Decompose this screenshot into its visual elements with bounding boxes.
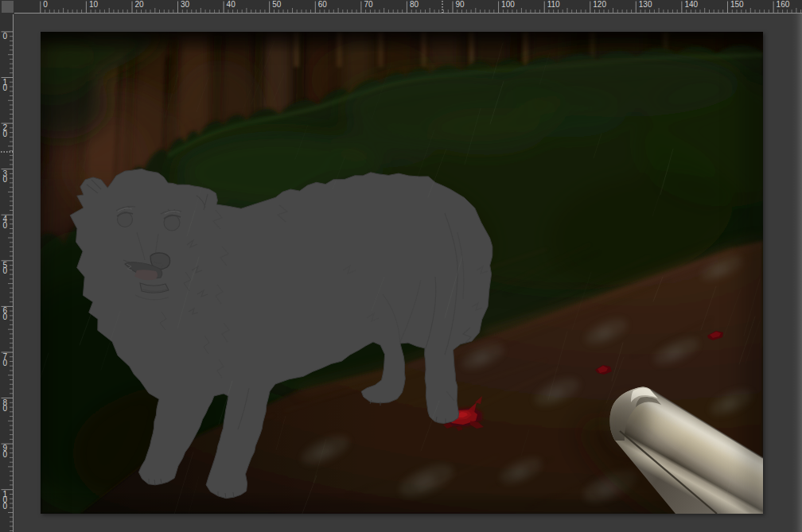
svg-text:0: 0 (3, 83, 8, 92)
svg-text:150: 150 (730, 0, 744, 9)
svg-text:130: 130 (639, 0, 652, 9)
svg-text:0: 0 (3, 450, 8, 459)
svg-text:140: 140 (684, 0, 698, 9)
svg-text:0: 0 (3, 175, 8, 184)
svg-text:60: 60 (318, 0, 328, 9)
svg-text:0: 0 (3, 313, 8, 321)
svg-text:120: 120 (593, 0, 606, 9)
svg-text:20: 20 (135, 0, 145, 9)
svg-text:0: 0 (3, 359, 8, 367)
svg-text:110: 110 (547, 0, 560, 9)
svg-text:0: 0 (3, 221, 8, 230)
svg-text:0: 0 (3, 130, 8, 138)
svg-text:100: 100 (501, 0, 515, 9)
svg-text:30: 30 (181, 0, 190, 9)
svg-text:0: 0 (3, 404, 8, 413)
svg-text:0: 0 (3, 32, 8, 41)
svg-text:0: 0 (43, 0, 48, 9)
svg-text:90: 90 (456, 0, 465, 9)
svg-text:70: 70 (364, 0, 373, 9)
svg-text:0: 0 (3, 266, 8, 275)
svg-text:40: 40 (227, 0, 236, 9)
svg-text:160: 160 (777, 0, 790, 9)
svg-text:0: 0 (3, 502, 8, 511)
svg-text:10: 10 (89, 0, 99, 9)
svg-text:80: 80 (410, 0, 419, 9)
svg-text:50: 50 (272, 0, 282, 9)
